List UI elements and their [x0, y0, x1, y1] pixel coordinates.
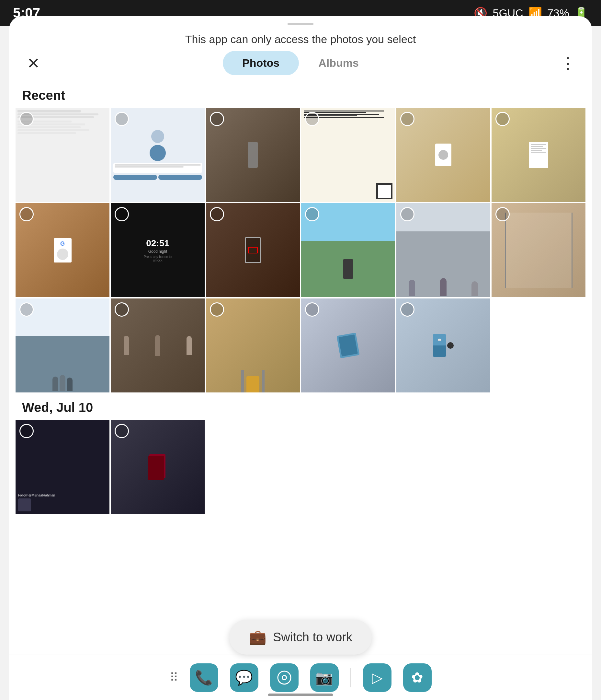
drag-handle[interactable]	[288, 23, 313, 25]
photo-select-circle[interactable]	[210, 302, 224, 317]
photo-select-circle[interactable]	[210, 207, 224, 221]
photo-item[interactable]	[16, 108, 109, 202]
nav-grid-button[interactable]: ⠿	[170, 671, 178, 684]
photo-select-circle[interactable]	[400, 302, 415, 317]
photo-picker-sheet: This app can only access the photos you …	[9, 16, 592, 700]
tab-albums[interactable]: Albums	[299, 51, 378, 75]
photo-select-circle[interactable]	[20, 112, 34, 126]
photo-select-circle[interactable]	[20, 302, 34, 317]
photo-grid-jul10: Follow @MishaalRahman	[16, 420, 585, 514]
nav-play-button[interactable]: ▷	[363, 664, 391, 692]
photo-content: Recent	[9, 82, 592, 700]
svg-point-2	[283, 676, 286, 679]
photo-item[interactable]	[206, 203, 300, 297]
photo-item[interactable]	[206, 298, 300, 393]
photo-item[interactable]	[492, 203, 585, 297]
permission-text: This app can only access the photos you …	[9, 25, 592, 51]
nav-chrome-button[interactable]	[270, 664, 298, 692]
photo-item[interactable]	[111, 420, 205, 514]
briefcase-icon: 💼	[249, 629, 266, 646]
photo-item[interactable]	[16, 298, 109, 393]
switch-to-work-container: 💼 Switch to work	[229, 620, 372, 655]
tab-bar: ✕ Photos Albums ⋮	[9, 51, 592, 75]
photo-grid-recent: G 02:51 Good night Press any button to u…	[16, 108, 585, 393]
photo-item[interactable]: 02:51 Good night Press any button to unl…	[111, 203, 205, 297]
photo-select-circle[interactable]	[20, 207, 34, 221]
nav-flower-button[interactable]: ✿	[403, 664, 432, 692]
switch-to-work-button[interactable]: 💼 Switch to work	[229, 620, 372, 655]
wed-jul-10-section-title: Wed, Jul 10	[16, 394, 585, 420]
photo-select-circle[interactable]	[495, 207, 510, 221]
photo-item[interactable]	[301, 203, 395, 297]
tabs-container: Photos Albums	[45, 51, 556, 75]
photo-select-circle[interactable]	[495, 112, 510, 126]
nav-phone-button[interactable]: 📞	[190, 664, 218, 692]
photo-select-circle[interactable]	[115, 112, 129, 126]
photo-item[interactable]: 📖	[396, 298, 490, 393]
photo-item[interactable]	[492, 108, 585, 202]
photo-item[interactable]	[301, 298, 395, 393]
more-options-button[interactable]: ⋮	[556, 54, 579, 72]
photo-item[interactable]	[206, 108, 300, 202]
photo-select-circle[interactable]	[400, 207, 415, 221]
photo-item[interactable]	[396, 108, 490, 202]
photo-item[interactable]: Follow @MishaalRahman	[16, 420, 109, 514]
photo-item[interactable]	[111, 108, 205, 202]
photo-item[interactable]	[111, 298, 205, 393]
photo-item[interactable]	[396, 203, 490, 297]
bottom-nav: ⠿ 📞 💬 📷 ▷ ✿	[9, 655, 592, 700]
tab-photos[interactable]: Photos	[223, 51, 299, 75]
photo-item[interactable]	[301, 108, 395, 202]
photo-item[interactable]: G	[16, 203, 109, 297]
photo-select-circle[interactable]	[305, 112, 319, 126]
photo-select-circle[interactable]	[115, 424, 129, 438]
photo-select-circle[interactable]	[305, 207, 319, 221]
nav-camera-button[interactable]: 📷	[310, 664, 339, 692]
photo-select-circle[interactable]	[305, 302, 319, 317]
photo-select-circle[interactable]	[115, 302, 129, 317]
photo-select-circle[interactable]	[400, 112, 415, 126]
close-button[interactable]: ✕	[22, 54, 45, 72]
nav-divider	[350, 668, 351, 688]
nav-chat-button[interactable]: 💬	[230, 664, 258, 692]
recent-section-title: Recent	[16, 82, 585, 108]
nav-bottom-indicator	[268, 694, 333, 696]
photo-select-circle[interactable]	[210, 112, 224, 126]
switch-to-work-label: Switch to work	[273, 630, 352, 644]
photo-select-circle[interactable]	[20, 424, 34, 438]
photo-select-circle[interactable]	[115, 207, 129, 221]
